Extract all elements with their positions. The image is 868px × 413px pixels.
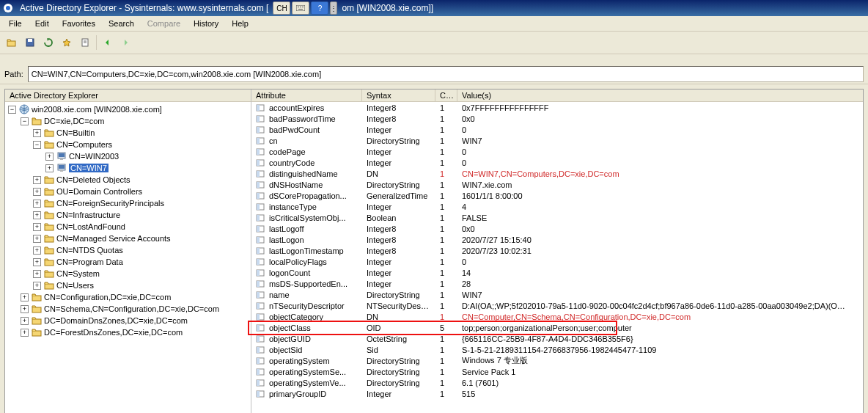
table-row[interactable]: dSCorePropagation...GeneralizedTime11601… <box>251 190 863 201</box>
ime-grip-icon[interactable]: ⋮ <box>330 1 337 15</box>
table-row[interactable]: objectSidSid1S-1-5-21-2189311154-2766837… <box>251 344 863 355</box>
table-row[interactable]: distinguishedNameDN1CN=WIN7,CN=Computers… <box>251 168 863 179</box>
collapse-icon[interactable]: − <box>33 141 41 149</box>
table-row[interactable]: codePageInteger10 <box>251 146 863 157</box>
menu-edit[interactable]: Edit <box>29 18 55 29</box>
table-row[interactable]: countryCodeInteger10 <box>251 157 863 168</box>
tree-node[interactable]: +CN=WIN7 <box>5 162 251 174</box>
back-button[interactable] <box>99 34 117 51</box>
expand-icon[interactable]: + <box>45 153 54 161</box>
collapse-icon[interactable]: − <box>8 106 16 114</box>
path-input[interactable] <box>28 66 864 82</box>
menu-file[interactable]: File <box>3 18 28 29</box>
expand-icon[interactable]: + <box>33 258 41 266</box>
expand-icon[interactable]: + <box>21 317 29 325</box>
table-row[interactable]: operatingSystemDirectoryString1Windows 7… <box>251 355 863 366</box>
svg-rect-52 <box>257 182 260 188</box>
tree-node[interactable]: +CN=System <box>5 268 251 279</box>
tree-node[interactable]: −win2008.xie.com [WIN2008.xie.com] <box>5 103 251 115</box>
table-row[interactable]: accountExpiresInteger810x7FFFFFFFFFFFFFF… <box>251 102 863 113</box>
forward-button[interactable] <box>117 34 135 51</box>
expand-icon[interactable]: + <box>21 329 29 337</box>
table-row[interactable]: badPasswordTimeInteger810x0 <box>251 113 863 124</box>
col-attribute[interactable]: Attribute <box>251 89 362 101</box>
expand-icon[interactable]: + <box>33 188 41 196</box>
table-row[interactable]: logonCountInteger114 <box>251 267 863 278</box>
menu-help[interactable]: Help <box>226 18 254 29</box>
table-row[interactable]: cnDirectoryString1WIN7 <box>251 135 863 146</box>
expand-icon[interactable]: + <box>33 282 41 290</box>
tree-node[interactable]: +OU=Domain Controllers <box>5 186 251 197</box>
open-button[interactable] <box>3 34 21 51</box>
expand-icon[interactable]: + <box>33 129 41 137</box>
table-row[interactable]: objectClassOID5top;person;organizational… <box>251 322 863 333</box>
table-row[interactable]: lastLogoffInteger810x0 <box>251 223 863 234</box>
expand-icon[interactable]: + <box>33 235 41 243</box>
tree-body[interactable]: −win2008.xie.com [WIN2008.xie.com]−DC=xi… <box>5 102 251 340</box>
refresh-button[interactable] <box>40 34 57 51</box>
table-row[interactable]: instanceTypeInteger14 <box>251 201 863 212</box>
tree-node[interactable]: +CN=Schema,CN=Configuration,DC=xie,DC=co… <box>5 303 251 315</box>
cell-value: FALSE <box>457 213 853 222</box>
tree-node[interactable]: +CN=WIN2003 <box>5 150 251 162</box>
expand-icon[interactable]: + <box>45 164 54 172</box>
favorite-button[interactable] <box>58 34 76 51</box>
tree-node[interactable]: +CN=Deleted Objects <box>5 174 251 186</box>
table-row[interactable]: isCriticalSystemObj...Boolean1FALSE <box>251 212 863 223</box>
expand-icon[interactable]: + <box>21 305 29 313</box>
cell-attribute: accountExpires <box>251 103 362 112</box>
table-row[interactable]: dNSHostNameDirectoryString1WIN7.xie.com <box>251 179 863 190</box>
tree-node[interactable]: +DC=DomainDnsZones,DC=xie,DC=com <box>5 315 251 326</box>
table-row[interactable]: primaryGroupIDInteger1515 <box>251 388 863 399</box>
expand-icon[interactable]: + <box>33 270 41 278</box>
table-row[interactable]: localPolicyFlagsInteger10 <box>251 256 863 267</box>
properties-button[interactable] <box>76 34 94 51</box>
svg-rect-3 <box>298 7 299 7</box>
col-values[interactable]: Value(s) <box>457 89 853 101</box>
expand-icon[interactable]: + <box>33 200 41 208</box>
tree-node[interactable]: +CN=Managed Service Accounts <box>5 233 251 244</box>
tree-node[interactable]: +CN=Program Data <box>5 256 251 268</box>
expand-icon[interactable]: + <box>33 223 41 231</box>
expand-icon[interactable]: + <box>33 246 41 255</box>
ime-ch-button[interactable]: CH <box>273 1 290 15</box>
ime-keyboard-icon[interactable] <box>292 1 309 15</box>
table-row[interactable]: operatingSystemSe...DirectoryString1Serv… <box>251 366 863 377</box>
save-button[interactable] <box>21 34 39 51</box>
menu-favorites[interactable]: Favorites <box>56 18 101 29</box>
cell-syntax: Boolean <box>362 213 435 222</box>
grid-body[interactable]: accountExpiresInteger810x7FFFFFFFFFFFFFF… <box>251 102 863 413</box>
menu-search[interactable]: Search <box>103 18 140 29</box>
expand-icon[interactable]: + <box>33 176 41 184</box>
table-row[interactable]: nTSecurityDescriptorNTSecurityDescri...1… <box>251 300 863 311</box>
tree-node[interactable]: +CN=Infrastructure <box>5 209 251 221</box>
table-row[interactable]: lastLogonTimestampInteger812020/7/23 10:… <box>251 245 863 256</box>
cell-value: D:AI(OA;;WP;5f202010-79a5-11d0-9020-00c0… <box>457 301 853 310</box>
tree-node[interactable]: +CN=Configuration,DC=xie,DC=com <box>5 291 251 303</box>
table-row[interactable]: lastLogonInteger812020/7/27 15:15:40 <box>251 234 863 245</box>
table-row[interactable]: objectCategoryDN1CN=Computer,CN=Schema,C… <box>251 311 863 322</box>
collapse-icon[interactable]: − <box>21 117 29 125</box>
tree-node[interactable]: +DC=ForestDnsZones,DC=xie,DC=com <box>5 326 251 338</box>
attribute-icon <box>256 125 265 134</box>
tree-node[interactable]: −DC=xie,DC=com <box>5 115 251 127</box>
expand-icon[interactable]: + <box>33 211 41 219</box>
tree-node[interactable]: +CN=LostAndFound <box>5 221 251 233</box>
tree-node[interactable]: +CN=Users <box>5 279 251 291</box>
table-row[interactable]: objectGUIDOctetString1{665116CC-25B9-4F8… <box>251 333 863 344</box>
svg-rect-14 <box>32 120 41 125</box>
tree-node[interactable]: +CN=Builtin <box>5 127 251 139</box>
tree-node[interactable]: +CN=ForeignSecurityPrincipals <box>5 197 251 209</box>
expand-icon[interactable]: + <box>21 293 29 301</box>
table-row[interactable]: nameDirectoryString1WIN7 <box>251 289 863 300</box>
tree-node[interactable]: +CN=NTDS Quotas <box>5 244 251 256</box>
menu-history[interactable]: History <box>188 18 224 29</box>
tree-node[interactable]: −CN=Computers <box>5 139 251 150</box>
table-row[interactable]: operatingSystemVe...DirectoryString16.1 … <box>251 377 863 388</box>
col-syntax[interactable]: Syntax <box>362 89 435 101</box>
ime-help-icon[interactable]: ? <box>311 1 328 15</box>
table-row[interactable]: msDS-SupportedEn...Integer128 <box>251 278 863 289</box>
folder-icon <box>32 116 42 126</box>
table-row[interactable]: badPwdCountInteger10 <box>251 124 863 135</box>
col-count[interactable]: C... <box>435 89 457 101</box>
